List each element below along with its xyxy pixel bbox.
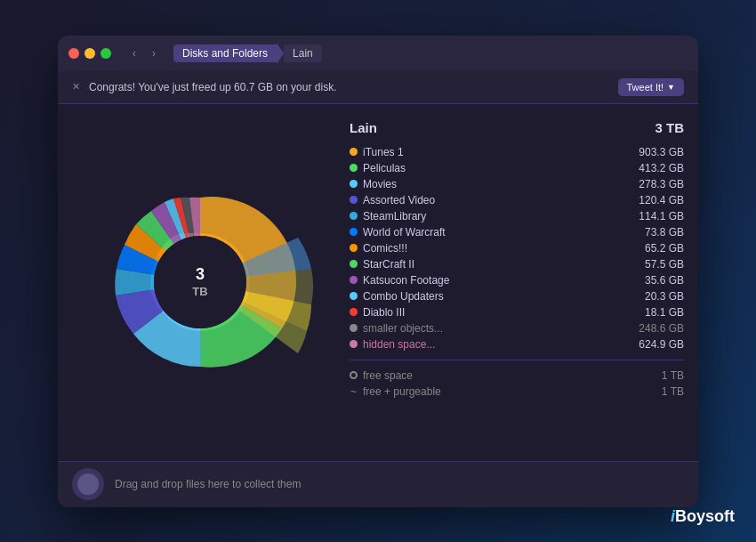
disk-item-size: 248.6 GB [626, 322, 684, 335]
chart-value: 3 [192, 265, 207, 285]
breadcrumb: Disks and Folders Lain [173, 43, 322, 64]
tweet-label: Tweet It! [627, 82, 664, 93]
breadcrumb-separator [277, 43, 284, 64]
disk-item-dot [350, 308, 358, 316]
notification-message: Congrats! You've just freed up 60.7 GB o… [89, 81, 609, 93]
disk-total: 3 TB [655, 120, 684, 135]
disk-item[interactable]: Diablo III18.1 GB [350, 304, 684, 320]
tweet-button[interactable]: Tweet It! ▼ [618, 78, 685, 96]
free-purgeable-item: ~ free + purgeable 1 TB [350, 384, 684, 400]
disk-item[interactable]: Assorted Video120.4 GB [350, 192, 684, 208]
disk-item[interactable]: StarCraft II57.5 GB [350, 256, 684, 272]
disk-item-dot [350, 180, 358, 188]
disk-item-dot [350, 244, 358, 252]
disk-item-dot [350, 340, 358, 348]
back-arrow[interactable]: ‹ [125, 44, 143, 62]
disk-item-dot [350, 196, 358, 204]
watermark-rest: Boysoft [675, 507, 735, 525]
watermark: iBoysoft [671, 507, 735, 526]
disk-item-size: 624.9 GB [626, 338, 684, 351]
traffic-lights [68, 48, 111, 59]
forward-arrow[interactable]: › [145, 44, 163, 62]
title-bar: ‹ › Disks and Folders Lain [58, 36, 698, 71]
disk-chart-container: 3 TB [84, 166, 316, 398]
drop-text: Drag and drop files here to collect them [115, 478, 301, 490]
disk-item[interactable]: Combo Updaters20.3 GB [350, 288, 684, 304]
disk-item-name: Assorted Video [363, 194, 621, 206]
disk-item-name: Diablo III [363, 306, 621, 319]
disk-item[interactable]: Peliculas413.2 GB [350, 160, 684, 176]
disk-item[interactable]: Movies278.3 GB [350, 176, 684, 192]
disk-item-name: Peliculas [363, 162, 621, 174]
disk-item-size: 903.3 GB [626, 146, 684, 158]
purgeable-tilde: ~ [350, 385, 358, 398]
disk-item-dot [350, 148, 358, 156]
disk-item-size: 20.3 GB [626, 290, 684, 303]
disk-item-size: 413.2 GB [626, 162, 684, 174]
close-button[interactable] [68, 48, 79, 59]
disk-item-name: Combo Updaters [363, 290, 621, 303]
disk-item-size: 73.8 GB [626, 226, 684, 239]
disk-header: Lain 3 TB [350, 120, 684, 135]
disk-item-dot [350, 164, 358, 172]
free-purgeable-label: free + purgeable [363, 385, 621, 398]
disk-item[interactable]: World of Warcraft73.8 GB [350, 224, 684, 240]
disk-item[interactable]: smaller objects...248.6 GB [350, 320, 684, 336]
disk-item-name: StarCraft II [363, 258, 621, 271]
disk-item-dot [350, 292, 358, 300]
disk-item[interactable]: Comics!!!65.2 GB [350, 240, 684, 256]
tweet-dropdown-arrow: ▼ [667, 83, 675, 92]
breadcrumb-lain[interactable]: Lain [284, 44, 322, 62]
main-content: 3 TB Lain 3 TB iTunes 1903.3 GBPeliculas… [58, 104, 698, 461]
disk-item-size: 114.1 GB [626, 210, 684, 222]
disk-item-name: World of Warcraft [363, 226, 621, 239]
chart-unit: TB [192, 285, 207, 299]
disk-item-dot [350, 324, 358, 332]
disk-list: Lain 3 TB iTunes 1903.3 GBPeliculas413.2… [342, 113, 698, 452]
notification-close[interactable]: ✕ [72, 81, 80, 93]
minimize-button[interactable] [84, 48, 95, 59]
nav-arrows: ‹ › [125, 44, 163, 62]
disk-item-dot [350, 228, 358, 236]
disk-item-dot [350, 212, 358, 220]
disk-item[interactable]: iTunes 1903.3 GB [350, 144, 684, 160]
disk-item-size: 35.6 GB [626, 274, 684, 287]
disk-divider [350, 360, 684, 360]
disk-item-size: 18.1 GB [626, 306, 684, 319]
disk-item-name: smaller objects... [363, 322, 621, 335]
disk-item-name: Movies [363, 178, 621, 190]
disk-item-size: 278.3 GB [626, 178, 684, 190]
disk-item-name: SteamLibrary [363, 210, 621, 222]
disk-item-dot [350, 276, 358, 284]
desktop-background: ‹ › Disks and Folders Lain ✕ Congrats! Y… [0, 0, 756, 542]
drop-icon [72, 468, 104, 500]
disk-items-list: iTunes 1903.3 GBPeliculas413.2 GBMovies2… [350, 144, 684, 352]
disk-item-size: 65.2 GB [626, 242, 684, 255]
bottom-bar: Drag and drop files here to collect them [58, 461, 698, 507]
free-space-size: 1 TB [626, 369, 684, 382]
chart-area: 3 TB [58, 113, 342, 452]
free-space-dot [350, 371, 358, 379]
disk-item-name: hidden space... [363, 338, 621, 351]
maximize-button[interactable] [101, 48, 111, 59]
disk-item-name: iTunes 1 [363, 146, 621, 158]
free-space-item: free space 1 TB [350, 368, 684, 384]
notification-bar: ✕ Congrats! You've just freed up 60.7 GB… [58, 71, 698, 104]
app-window: ‹ › Disks and Folders Lain ✕ Congrats! Y… [58, 36, 698, 507]
chart-center-label: 3 TB [192, 265, 207, 298]
disk-name: Lain [350, 120, 377, 135]
free-purgeable-size: 1 TB [626, 385, 684, 398]
disk-item-size: 57.5 GB [626, 258, 684, 271]
disk-item-name: Katsucon Footage [363, 274, 621, 287]
free-space-label: free space [363, 369, 621, 382]
breadcrumb-disks[interactable]: Disks and Folders [173, 44, 277, 62]
disk-item[interactable]: Katsucon Footage35.6 GB [350, 272, 684, 288]
disk-item-name: Comics!!! [363, 242, 621, 255]
drop-icon-inner [77, 473, 99, 495]
disk-item[interactable]: SteamLibrary114.1 GB [350, 208, 684, 224]
disk-item-size: 120.4 GB [626, 194, 684, 206]
disk-item[interactable]: hidden space...624.9 GB [350, 336, 684, 352]
disk-item-dot [350, 260, 358, 268]
